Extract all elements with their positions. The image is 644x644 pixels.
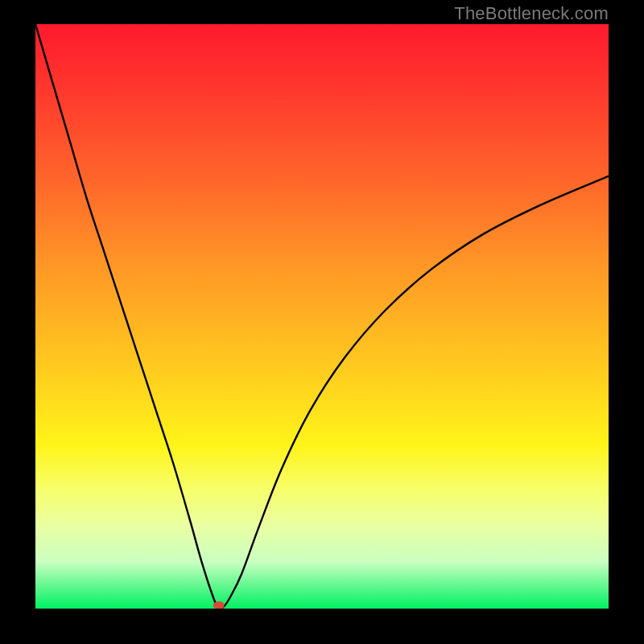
plot-area [35,24,609,609]
watermark-text: TheBottleneck.com [454,3,609,24]
bottleneck-curve [35,24,609,609]
chart-svg [35,24,609,609]
chart-frame: TheBottleneck.com [0,0,644,644]
